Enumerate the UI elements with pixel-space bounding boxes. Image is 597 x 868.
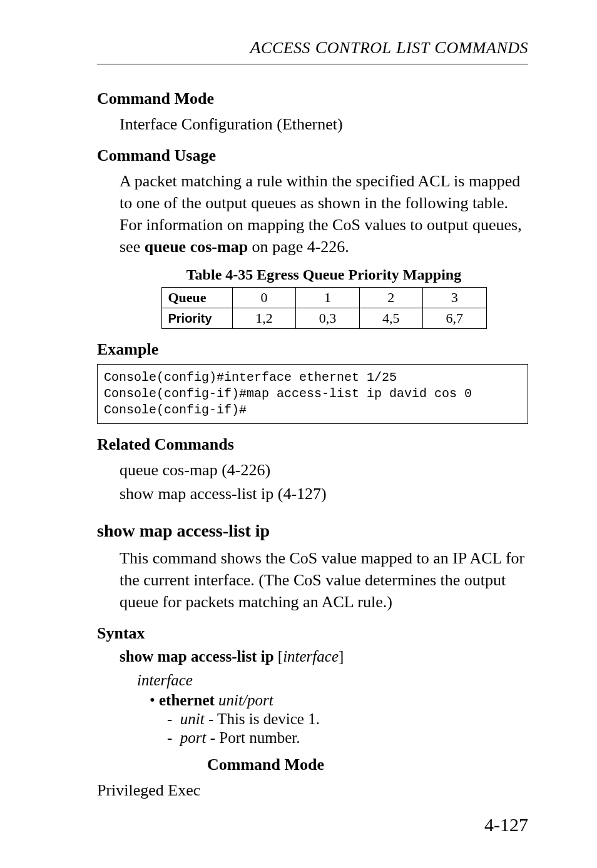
related-cmd-1: queue cos-map (4-226) bbox=[120, 459, 528, 481]
rh-c2: C bbox=[430, 38, 447, 57]
page-number: 4-127 bbox=[484, 814, 528, 835]
queue-cell-2: 2 bbox=[359, 288, 422, 308]
syntax-interface-ital: interface bbox=[283, 648, 339, 665]
syntax-open-bracket: [ bbox=[278, 648, 283, 665]
table-row: Queue 0 1 2 3 bbox=[161, 288, 486, 308]
dash-unit-rest: - This is device 1. bbox=[205, 710, 320, 727]
command-mode-heading: Command Mode bbox=[97, 89, 528, 108]
queue-cell-1: 1 bbox=[296, 288, 359, 308]
example-code-block: Console(config)#interface ethernet 1/25 … bbox=[97, 364, 528, 424]
rh-ccess: CCESS bbox=[261, 39, 310, 57]
priority-cell-0: 1,2 bbox=[232, 308, 295, 329]
rh-a: A bbox=[250, 38, 261, 57]
show-map-access-list-ip-body: This command shows the CoS value mapped … bbox=[120, 547, 528, 613]
queue-row-head: Queue bbox=[161, 288, 232, 308]
rh-ontrol: ONTROL bbox=[327, 39, 392, 57]
dash-unit: unit - This is device 1. bbox=[167, 710, 528, 728]
priority-cell-1: 0,3 bbox=[296, 308, 359, 329]
cmd-usage-bold: queue cos-map bbox=[145, 238, 248, 256]
related-cmd-2: show map access-list ip (4-127) bbox=[120, 483, 528, 505]
example-heading: Example bbox=[97, 340, 528, 359]
table-row: Priority 1,2 0,3 4,5 6,7 bbox=[161, 308, 486, 329]
running-head: ACCESS CONTROL LIST COMMANDS bbox=[97, 38, 528, 58]
queue-cell-0: 0 bbox=[232, 288, 295, 308]
priority-cell-3: 6,7 bbox=[423, 308, 486, 329]
command-mode-2-body: Privileged Exec bbox=[97, 779, 528, 801]
interface-dash-list: unit - This is device 1. port - Port num… bbox=[167, 710, 528, 747]
priority-row-head: Priority bbox=[161, 308, 232, 329]
syntax-bold: show map access-list ip bbox=[120, 648, 274, 665]
rh-c1: C bbox=[310, 38, 327, 57]
cmd-usage-text-2: on page 4-226. bbox=[248, 238, 349, 256]
command-mode-2-heading: Command Mode bbox=[207, 755, 528, 774]
dash-port: port - Port number. bbox=[167, 729, 528, 747]
related-commands-heading: Related Commands bbox=[97, 435, 528, 454]
command-mode-body: Interface Configuration (Ethernet) bbox=[120, 113, 528, 135]
interface-label: interface bbox=[137, 672, 528, 689]
dash-port-rest: - Port number. bbox=[207, 729, 300, 746]
table-caption: Table 4-35 Egress Queue Priority Mapping bbox=[120, 266, 528, 283]
dash-unit-ital: unit bbox=[180, 710, 205, 727]
rh-ommands: OMMANDS bbox=[446, 39, 528, 57]
header-rule bbox=[97, 64, 528, 64]
interface-bullet-list: ethernet unit/port unit - This is device… bbox=[150, 692, 528, 747]
dash-port-ital: port bbox=[180, 729, 207, 746]
show-map-access-list-ip-heading: show map access-list ip bbox=[97, 521, 528, 541]
bullet-unit-port-ital: unit/port bbox=[218, 692, 273, 709]
interface-bullet-ethernet: ethernet unit/port unit - This is device… bbox=[150, 692, 528, 747]
priority-cell-2: 4,5 bbox=[359, 308, 422, 329]
syntax-heading: Syntax bbox=[97, 624, 528, 643]
rh-l: L bbox=[392, 38, 407, 57]
bullet-ethernet-bold: ethernet bbox=[159, 692, 215, 709]
command-usage-heading: Command Usage bbox=[97, 146, 528, 165]
egress-queue-table: Queue 0 1 2 3 Priority 1,2 0,3 4,5 6,7 bbox=[161, 287, 487, 329]
command-usage-body: A packet matching a rule within the spec… bbox=[120, 170, 528, 258]
rh-ist: IST bbox=[406, 39, 430, 57]
queue-cell-3: 3 bbox=[423, 288, 486, 308]
syntax-close-bracket: ] bbox=[339, 648, 344, 665]
syntax-line: show map access-list ip [interface] bbox=[120, 648, 528, 665]
